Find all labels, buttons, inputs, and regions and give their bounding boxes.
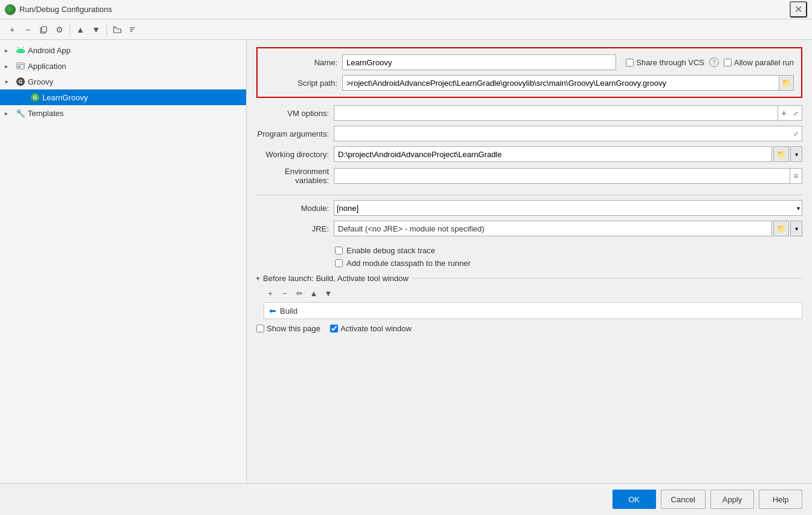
vm-options-input[interactable]: [334, 108, 778, 119]
program-args-input[interactable]: [334, 128, 790, 140]
toolbar-sep-2: [106, 24, 107, 35]
working-dir-folder-button[interactable]: 📁: [773, 146, 789, 162]
show-page-checkbox[interactable]: [256, 325, 264, 332]
working-dir-input[interactable]: [334, 146, 772, 162]
build-label: Build: [280, 306, 297, 316]
cancel-button[interactable]: Cancel: [661, 490, 706, 509]
add-config-button[interactable]: +: [5, 22, 19, 37]
before-launch-divider: [412, 278, 802, 279]
tree-item-android-app[interactable]: Android App: [0, 42, 246, 58]
program-args-expand-button[interactable]: ⤢: [790, 126, 802, 141]
bl-up-button[interactable]: ▲: [307, 287, 320, 300]
activate-tool-window-label[interactable]: Activate tool window: [330, 324, 412, 333]
env-vars-edit-button[interactable]: ≡: [790, 169, 802, 183]
svg-rect-10: [16, 50, 18, 53]
program-args-label: Program arguments:: [256, 129, 329, 138]
required-fields-section: Name: Share through VCS ? Allow parallel…: [256, 47, 802, 98]
toolbar: + − ⚙ ▲ ▼: [0, 19, 812, 40]
vm-options-label: VM options:: [256, 109, 329, 118]
module-select-container: [none] ▾: [334, 200, 802, 216]
vm-expand-button[interactable]: ⤢: [790, 106, 802, 120]
footer: OK Cancel Apply Help: [0, 483, 812, 515]
activate-tool-window-checkbox[interactable]: [330, 325, 338, 332]
debug-label[interactable]: Enable debug stack trace: [346, 246, 435, 255]
bl-remove-button[interactable]: −: [278, 287, 291, 300]
svg-point-7: [21, 48, 22, 50]
share-vcs-checkbox[interactable]: [626, 59, 634, 66]
help-icon[interactable]: ?: [709, 57, 719, 67]
module-classpath-row: Add module classpath to the runner: [335, 259, 802, 268]
allow-parallel-checkbox[interactable]: [724, 59, 732, 66]
before-launch-collapse-arrow[interactable]: ▾: [256, 275, 259, 282]
tree-item-application[interactable]: Application: [0, 58, 246, 74]
build-icon: ⬅: [269, 306, 276, 316]
env-vars-input[interactable]: [334, 170, 790, 182]
jre-row: JRE: 📁 ▾: [256, 221, 802, 236]
bl-edit-button[interactable]: ✏: [293, 287, 306, 300]
jre-dropdown-button[interactable]: ▾: [790, 221, 802, 236]
allow-parallel-label[interactable]: Allow parallel run: [724, 58, 794, 67]
show-page-label[interactable]: Show this page: [256, 324, 320, 333]
ok-button[interactable]: OK: [612, 490, 656, 509]
build-item[interactable]: ⬅ Build: [264, 302, 802, 319]
module-classpath-label[interactable]: Add module classpath to the runner: [346, 259, 470, 268]
module-label: Module:: [256, 204, 329, 213]
apply-button[interactable]: Apply: [710, 490, 754, 509]
application-icon: [16, 61, 25, 71]
header-options: Share through VCS ? Allow parallel run: [626, 57, 794, 67]
program-args-row: Program arguments: ⤢: [256, 126, 802, 141]
spacer-1: [256, 241, 802, 246]
svg-rect-5: [18, 49, 24, 53]
config-tree: Android App Application G Groovy: [0, 40, 247, 483]
module-row: Module: [none] ▾: [256, 200, 802, 216]
jre-folder-button[interactable]: 📁: [773, 221, 789, 236]
title-bar: Run/Debug Configurations ✕: [0, 0, 812, 19]
svg-rect-11: [24, 50, 25, 53]
bl-add-button[interactable]: +: [264, 287, 277, 300]
module-select[interactable]: [none]: [334, 200, 802, 216]
android-icon: [16, 45, 25, 55]
name-label: Name:: [265, 58, 337, 67]
tree-label-android-app: Android App: [28, 46, 71, 55]
name-input[interactable]: [342, 54, 616, 70]
tree-item-templates[interactable]: 🔧 Templates: [0, 105, 246, 121]
settings-button[interactable]: ⚙: [52, 22, 67, 37]
svg-line-9: [23, 47, 24, 48]
tree-item-groovy[interactable]: G Groovy: [0, 74, 246, 89]
before-launch-label: Before launch: Build, Activate tool wind…: [263, 274, 409, 283]
divider-1: [256, 195, 802, 195]
help-button[interactable]: Help: [759, 490, 802, 509]
spacer-3: [256, 268, 802, 274]
jre-input[interactable]: [334, 221, 772, 236]
toolbar-sep-1: [70, 24, 70, 35]
move-down-button[interactable]: ▼: [89, 22, 103, 37]
templates-icon: 🔧: [16, 108, 25, 118]
script-path-input[interactable]: [343, 77, 779, 89]
script-path-folder-button[interactable]: 📁: [779, 76, 793, 90]
debug-checkbox[interactable]: [335, 247, 343, 254]
learn-groovy-icon: G: [30, 92, 40, 102]
remove-config-button[interactable]: −: [21, 22, 35, 37]
working-dir-row: Working directory: 📁 ▾: [256, 146, 802, 162]
module-classpath-checkbox[interactable]: [335, 259, 343, 267]
program-args-container: ⤢: [334, 126, 802, 141]
tree-arrow-templates: [5, 110, 13, 117]
tree-item-learn-groovy[interactable]: G LearnGroovy: [0, 89, 246, 105]
move-to-folder-button[interactable]: [110, 22, 125, 37]
bl-down-button[interactable]: ▼: [322, 287, 335, 300]
move-up-button[interactable]: ▲: [73, 22, 88, 37]
vm-add-button[interactable]: +: [778, 106, 790, 120]
before-launch-header: ▾ Before launch: Build, Activate tool wi…: [256, 274, 802, 283]
tree-arrow-groovy: [5, 79, 13, 85]
title-bar-left: Run/Debug Configurations: [5, 4, 112, 15]
copy-config-button[interactable]: [36, 22, 51, 37]
svg-point-6: [19, 48, 20, 50]
close-button[interactable]: ✕: [790, 1, 807, 18]
tree-arrow-application: [5, 63, 13, 70]
svg-rect-12: [17, 63, 24, 69]
script-path-container: 📁: [342, 75, 794, 91]
share-vcs-label[interactable]: Share through VCS: [626, 58, 704, 67]
script-path-row: Script path: 📁: [265, 75, 794, 91]
working-dir-dropdown-button[interactable]: ▾: [790, 146, 802, 162]
sort-button[interactable]: [126, 22, 140, 37]
